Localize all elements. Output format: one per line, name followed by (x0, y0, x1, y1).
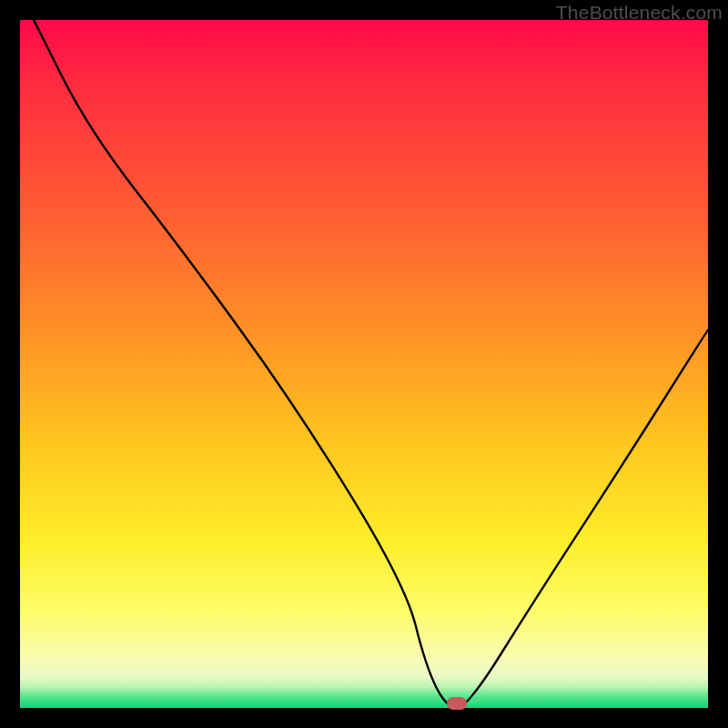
plot-area (20, 20, 708, 708)
curve-path (34, 20, 708, 708)
bottleneck-curve (20, 20, 708, 708)
optimum-marker (447, 697, 467, 710)
chart-frame: TheBottleneck.com (0, 0, 728, 728)
